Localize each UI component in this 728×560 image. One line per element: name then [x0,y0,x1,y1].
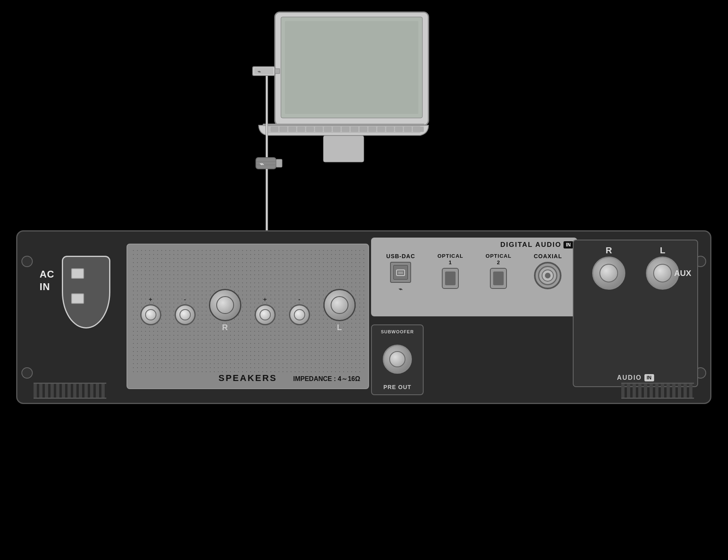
svg-rect-19 [404,127,411,132]
audio-r-label: R [606,245,612,256]
sp-terminal-l-main[interactable] [323,289,356,321]
svg-rect-9 [315,127,323,132]
digital-audio-section: DIGITAL AUDIO IN USB-DAC ⌁ [371,238,577,316]
screw-top-left [21,256,33,267]
svg-rect-7 [298,127,305,132]
svg-rect-17 [386,127,394,132]
sp-ll-plus: + [149,296,152,303]
audio-rl-labels: R L [574,245,697,256]
speakers-label: SPEAKERS [218,373,277,383]
audio-knobs-row: AUX [574,257,697,290]
aux-label: AUX [674,269,691,278]
svg-text:⌁: ⌁ [257,68,261,75]
audio-in-section: R L AUX AUDIO IN [573,240,698,387]
svg-rect-14 [360,127,367,132]
svg-rect-10 [324,127,331,132]
svg-rect-18 [395,127,403,132]
sp-rr-plus: + [263,296,267,303]
svg-rect-30 [256,158,276,169]
svg-rect-2 [285,21,418,114]
svg-rect-43 [398,272,403,274]
optical2-label: OPTICAL2 [485,253,511,265]
svg-text:⌁: ⌁ [260,160,264,168]
screw-bottom-left [21,367,33,379]
amplifier-body: AC IN + - [16,230,711,404]
usb-symbol: ⌁ [399,285,403,293]
deco-line-right [621,383,694,399]
svg-rect-24 [254,68,273,74]
svg-rect-4 [271,127,278,132]
sp-l-label: L [337,323,342,332]
svg-rect-11 [333,127,340,132]
impedance-label: IMPEDANCE : 4～16Ω [293,375,360,383]
digital-audio-header: DIGITAL AUDIO IN [500,241,573,249]
optical1-port[interactable] [442,268,459,289]
digital-audio-label: DIGITAL AUDIO [500,241,561,249]
svg-rect-15 [369,127,376,132]
svg-rect-21 [323,136,364,162]
svg-rect-1 [281,17,422,118]
sp-terminal-rr-neg[interactable] [289,304,310,325]
audio-in-badge: IN [644,374,654,381]
svg-rect-34 [276,159,282,167]
svg-rect-16 [378,127,385,132]
coaxial-port[interactable] [534,262,561,289]
digital-in-badge: IN [563,241,573,248]
svg-rect-12 [342,127,349,132]
optical1-label: OPTICAL1 [437,253,463,265]
optical2-port[interactable] [490,268,507,289]
audio-in-footer: AUDIO IN [617,374,654,381]
ac-in-label: AC IN [40,268,55,293]
ac-in-section: AC IN [40,248,120,389]
svg-rect-5 [280,127,287,132]
subwoofer-label: SUBWOOFER [381,329,414,334]
sp-terminal-ll-pos[interactable] [140,304,161,325]
usb-dac-port[interactable] [390,262,411,283]
svg-rect-20 [413,127,424,132]
usb-dac-label: USB-DAC [386,253,416,259]
sp-ll-minus: - [184,296,186,303]
sp-r-label: R [222,323,228,332]
audio-label: AUDIO [617,374,642,381]
coaxial-port-group: COAXIAL [534,253,562,289]
svg-rect-22 [263,124,424,126]
sp-terminal-ll-neg[interactable] [175,304,196,325]
optical1-port-group: OPTICAL1 [437,253,463,289]
svg-rect-6 [289,127,296,132]
svg-rect-8 [306,127,314,132]
deco-line-left [34,383,106,399]
audio-l-label: L [660,245,665,256]
svg-rect-13 [351,127,358,132]
coaxial-label: COAXIAL [534,253,562,259]
svg-rect-23 [253,67,275,76]
preout-knob[interactable] [383,345,412,374]
speakers-section: + - R + [127,244,369,389]
svg-rect-26 [275,69,280,74]
sp-terminal-rr-pos[interactable] [255,304,276,325]
svg-rect-0 [275,12,428,125]
sp-terminal-r-main[interactable] [209,289,241,321]
sp-rr-minus: - [298,296,300,303]
audio-r-knob[interactable] [592,257,625,290]
usb-dac-port-group: USB-DAC ⌁ [386,253,416,293]
bottom-decorative-lines [34,383,694,399]
optical2-port-group: OPTICAL2 [485,253,511,289]
svg-rect-3 [267,126,420,133]
